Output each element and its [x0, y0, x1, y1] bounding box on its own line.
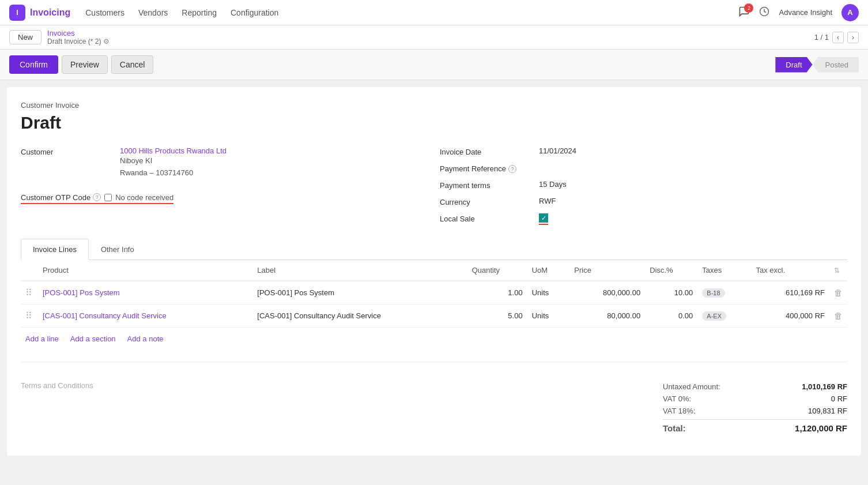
vat18-label: VAT 18%: — [663, 407, 695, 415]
breadcrumb-links: Invoices Draft Invoice (* 2) ⚙ — [47, 29, 110, 46]
tax-badge: B-18 — [702, 288, 724, 298]
payment-terms-value[interactable]: 15 Days — [539, 180, 567, 189]
row1-price[interactable]: 800,000.00 — [569, 281, 645, 304]
row2-drag[interactable]: ⠿ — [21, 304, 38, 328]
topnav-right: 2 Advance Insight A — [738, 4, 859, 21]
nav-menu: Customers Vendors Reporting Configuratio… — [84, 6, 724, 20]
app-brand[interactable]: I Invoicing — [9, 5, 70, 21]
delete-icon[interactable]: 🗑 — [834, 288, 843, 298]
preview-button[interactable]: Preview — [62, 55, 108, 74]
clock-icon[interactable] — [759, 6, 769, 19]
th-sort-icon[interactable]: ⇅ — [829, 260, 847, 281]
vat0-value: 0 RF — [831, 394, 847, 403]
row2-label[interactable]: [CAS-001] Consultancy Audit Service — [252, 304, 467, 328]
document-type: Customer Invoice — [21, 101, 847, 110]
total-value: 1,120,000 RF — [795, 423, 847, 433]
local-sale-checkbox[interactable] — [539, 213, 548, 223]
row2-disc[interactable]: 0.00 — [645, 304, 697, 328]
invoice-table: Product Label Quantity UoM Price Disc.% … — [21, 260, 847, 328]
nav-vendors[interactable]: Vendors — [137, 6, 169, 20]
breadcrumb-bar: New Invoices Draft Invoice (* 2) ⚙ 1 / 1… — [0, 25, 868, 50]
currency-row: Currency RWF — [440, 197, 847, 206]
row1-quantity[interactable]: 1.00 — [467, 281, 527, 304]
advance-insight-link[interactable]: Advance Insight — [779, 8, 832, 17]
payment-ref-help-icon[interactable]: ? — [508, 165, 516, 173]
th-disc: Disc.% — [645, 260, 697, 281]
brand-name: Invoicing — [30, 7, 70, 18]
customer-row: Customer 1000 Hills Products Rwanda Ltd … — [21, 146, 428, 179]
table-row: ⠿ [POS-001] Pos System [POS-001] Pos Sys… — [21, 281, 847, 304]
breadcrumb-parent[interactable]: Invoices — [47, 29, 110, 37]
th-drag — [21, 260, 38, 281]
add-section-button[interactable]: Add a section — [70, 334, 116, 343]
drag-handle-icon[interactable]: ⠿ — [25, 288, 32, 298]
row2-product[interactable]: [CAS-001] Consultancy Audit Service — [38, 304, 252, 328]
row2-quantity[interactable]: 5.00 — [467, 304, 527, 328]
settings-icon[interactable]: ⚙ — [103, 37, 110, 46]
row1-drag[interactable]: ⠿ — [21, 281, 38, 304]
total-row: Total: 1,120,000 RF — [663, 419, 847, 435]
tab-other-info[interactable]: Other Info — [89, 239, 146, 260]
otp-row: Customer OTP Code ? No code received — [21, 193, 428, 204]
row2-delete[interactable]: 🗑 — [829, 304, 847, 328]
payment-ref-label: Payment Reference ? — [440, 163, 532, 173]
th-quantity: Quantity — [467, 260, 527, 281]
breadcrumb-current: Draft Invoice (* 2) ⚙ — [47, 37, 110, 46]
nav-reporting[interactable]: Reporting — [180, 6, 218, 20]
customer-label: Customer — [21, 146, 113, 156]
status-draft[interactable]: Draft — [775, 57, 812, 73]
action-buttons: Confirm Preview Cancel — [9, 55, 153, 74]
next-record-button[interactable]: › — [847, 32, 859, 43]
confirm-button[interactable]: Confirm — [9, 55, 58, 74]
invoice-date-row: Invoice Date 11/01/2024 — [440, 146, 847, 156]
currency-value[interactable]: RWF — [539, 197, 556, 205]
th-tax-excl: Tax excl. — [751, 260, 829, 281]
row2-price[interactable]: 80,000.00 — [569, 304, 645, 328]
otp-field: Customer OTP Code ? No code received — [21, 193, 173, 204]
status-posted[interactable]: Posted — [813, 57, 859, 73]
form-right: Invoice Date 11/01/2024 Payment Referenc… — [440, 146, 847, 225]
add-line-button[interactable]: Add a line — [25, 334, 59, 343]
otp-help-icon[interactable]: ? — [93, 193, 101, 201]
breadcrumb-left: New Invoices Draft Invoice (* 2) ⚙ — [9, 29, 110, 46]
invoice-date-value[interactable]: 11/01/2024 — [539, 146, 576, 155]
column-sort-icon[interactable]: ⇅ — [834, 266, 840, 275]
otp-checkbox[interactable] — [104, 194, 112, 201]
payment-ref-row: Payment Reference ? — [440, 163, 847, 173]
nav-configuration[interactable]: Configuration — [229, 6, 280, 20]
add-note-button[interactable]: Add a note — [127, 334, 164, 343]
totals-section: Terms and Conditions Untaxed Amount: 1,0… — [21, 374, 847, 442]
local-sale-label: Local Sale — [440, 213, 532, 223]
tax-badge: A-EX — [702, 311, 726, 321]
row2-taxes[interactable]: A-EX — [697, 304, 751, 328]
customer-name[interactable]: 1000 Hills Products Rwanda Ltd — [120, 146, 227, 155]
row1-taxes[interactable]: B-18 — [697, 281, 751, 304]
prev-record-button[interactable]: ‹ — [832, 32, 844, 43]
section-divider — [21, 362, 847, 362]
breadcrumb-right: 1 / 1 ‹ › — [814, 32, 859, 43]
row1-delete[interactable]: 🗑 — [829, 281, 847, 304]
row1-disc[interactable]: 10.00 — [645, 281, 697, 304]
vat0-label: VAT 0%: — [663, 394, 691, 403]
status-pills: Draft Posted — [775, 57, 859, 73]
row1-uom[interactable]: Units — [527, 281, 570, 304]
totals-table: Untaxed Amount: 1,010,169 RF VAT 0%: 0 R… — [663, 381, 847, 435]
th-uom: UoM — [527, 260, 570, 281]
tab-invoice-lines[interactable]: Invoice Lines — [21, 239, 89, 260]
cancel-button[interactable]: Cancel — [111, 55, 154, 74]
drag-handle-icon[interactable]: ⠿ — [25, 311, 32, 321]
new-button[interactable]: New — [9, 30, 41, 44]
vat18-row: VAT 18%: 109,831 RF — [663, 405, 847, 417]
notification-icon[interactable]: 2 — [738, 6, 750, 19]
row1-label[interactable]: [POS-001] Pos System — [252, 281, 467, 304]
row1-product[interactable]: [POS-001] Pos System — [38, 281, 252, 304]
delete-icon[interactable]: 🗑 — [834, 311, 843, 321]
user-avatar[interactable]: A — [841, 4, 859, 21]
table-header-row: Product Label Quantity UoM Price Disc.% … — [21, 260, 847, 281]
notification-badge: 2 — [744, 3, 753, 13]
terms-conditions: Terms and Conditions — [21, 381, 93, 435]
local-sale-row: Local Sale — [440, 213, 847, 225]
nav-customers[interactable]: Customers — [84, 6, 126, 20]
row2-uom[interactable]: Units — [527, 304, 570, 328]
main-content: Customer Invoice Draft Customer 1000 Hil… — [7, 87, 861, 456]
